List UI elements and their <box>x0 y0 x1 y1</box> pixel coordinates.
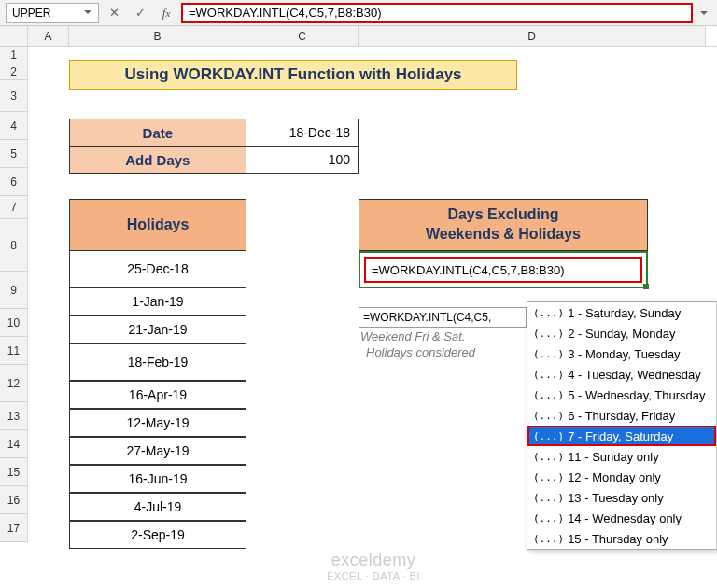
tooltip-hint-1: Weekend Fri & Sat. <box>360 329 465 343</box>
dropdown-option-label: 1 - Saturday, Sunday <box>568 306 681 320</box>
weekend-param-dropdown: (...)1 - Saturday, Sunday(...)2 - Sunday… <box>527 301 717 550</box>
row-header-7[interactable]: 7 <box>0 196 28 219</box>
col-header-A[interactable]: A <box>28 26 69 46</box>
row-header-12[interactable]: 12 <box>0 365 28 402</box>
dropdown-option-label: 5 - Wednesday, Thursday <box>568 388 705 402</box>
dropdown-option[interactable]: (...)12 - Monday only <box>527 467 716 487</box>
ellipsis-icon: (...) <box>533 328 564 340</box>
dropdown-option-label: 11 - Sunday only <box>568 450 659 464</box>
dropdown-option-label: 15 - Thursday only <box>568 532 668 546</box>
row-header-5[interactable]: 5 <box>0 140 28 168</box>
ellipsis-icon: (...) <box>533 348 564 360</box>
watermark-text: exceldemy <box>317 551 429 570</box>
dropdown-option[interactable]: (...)4 - Tuesday, Wednesday <box>527 364 716 385</box>
dropdown-option-label: 2 - Sunday, Monday <box>568 327 675 341</box>
enter-formula-button[interactable]: ✓ <box>129 3 151 23</box>
page-title: Using WORKDAY.INT Function with Holidays <box>69 60 517 90</box>
name-box-value: UPPER <box>12 7 50 20</box>
row-header-15[interactable]: 15 <box>0 458 28 486</box>
dropdown-option[interactable]: (...)15 - Thursday only <box>527 528 716 549</box>
row-header-16[interactable]: 16 <box>0 486 28 514</box>
dropdown-option-label: 12 - Monday only <box>568 470 661 484</box>
dropdown-option[interactable]: (...)13 - Tuesday only <box>527 487 716 508</box>
holiday-cell[interactable]: 21-Jan-19 <box>69 315 246 343</box>
spreadsheet-grid: A B C D 1234567891011121314151617 Using … <box>0 26 717 586</box>
label-add-days: Add Days <box>70 147 246 173</box>
value-add-days[interactable]: 100 <box>246 147 358 173</box>
ellipsis-icon: (...) <box>533 430 564 442</box>
dropdown-option[interactable]: (...)2 - Sunday, Monday <box>527 323 716 343</box>
tooltip-partial-formula: =WORKDAY.INTL(C4,C5, <box>358 307 527 328</box>
dropdown-option[interactable]: (...)6 - Thursday, Friday <box>527 405 716 426</box>
fill-handle[interactable] <box>643 284 649 289</box>
dropdown-option[interactable]: (...)7 - Friday, Saturday <box>527 426 716 446</box>
watermark-subtext: EXCEL · DATA · BI <box>317 570 429 581</box>
value-date[interactable]: 18-Dec-18 <box>246 119 358 146</box>
row-header-10[interactable]: 10 <box>0 309 28 337</box>
holiday-cell[interactable]: 27-May-19 <box>69 437 246 465</box>
row-header-3[interactable]: 3 <box>0 80 28 112</box>
ellipsis-icon: (...) <box>533 389 564 401</box>
cancel-formula-button[interactable]: ✕ <box>103 3 125 23</box>
row-header-6[interactable]: 6 <box>0 168 28 196</box>
tooltip-hint-2: Holidays considered <box>366 345 475 359</box>
ellipsis-icon: (...) <box>533 451 564 463</box>
row-header-4[interactable]: 4 <box>0 112 28 140</box>
holiday-cell[interactable]: 1-Jan-19 <box>69 287 246 315</box>
input-table: Date 18-Dec-18 Add Days 100 <box>69 119 358 174</box>
ellipsis-icon: (...) <box>533 369 564 381</box>
col-header-B[interactable]: B <box>69 26 246 46</box>
row-header-17[interactable]: 17 <box>0 514 28 542</box>
holiday-cell[interactable]: 4-Jul-19 <box>69 493 246 521</box>
dropdown-option-label: 13 - Tuesday only <box>568 491 664 505</box>
name-box[interactable]: UPPER <box>6 3 99 23</box>
ellipsis-icon: (...) <box>533 471 564 483</box>
chevron-down-icon[interactable] <box>83 7 92 20</box>
dropdown-option[interactable]: (...)14 - Wednesday only <box>527 508 716 528</box>
holiday-cell[interactable]: 12-May-19 <box>69 409 246 437</box>
active-cell-formula: =WORKDAY.INTL(C4,C5,7,B8:B30) <box>364 257 642 283</box>
row-header-1[interactable]: 1 <box>0 47 28 63</box>
ellipsis-icon: (...) <box>533 533 564 545</box>
holiday-cell[interactable]: 2-Sep-19 <box>69 521 246 549</box>
dropdown-option[interactable]: (...)1 - Saturday, Sunday <box>527 302 716 323</box>
holiday-cell[interactable]: 16-Apr-19 <box>69 381 246 409</box>
ellipsis-icon: (...) <box>533 307 564 319</box>
dropdown-option[interactable]: (...)11 - Sunday only <box>527 446 716 467</box>
dropdown-option-label: 4 - Tuesday, Wednesday <box>568 368 701 382</box>
row-header-8[interactable]: 8 <box>0 219 28 272</box>
dropdown-option[interactable]: (...)3 - Monday, Tuesday <box>527 343 716 364</box>
col-header-D[interactable]: D <box>358 26 706 46</box>
ellipsis-icon: (...) <box>533 492 564 504</box>
fx-icon[interactable]: fx <box>155 3 177 23</box>
holiday-cell[interactable]: 18-Feb-19 <box>69 343 246 381</box>
dropdown-option-label: 14 - Wednesday only <box>568 511 682 525</box>
formula-bar-row: UPPER ✕ ✓ fx =WORKDAY.INTL(C4,C5,7,B8:B3… <box>0 0 717 26</box>
col-header-C[interactable]: C <box>246 26 358 46</box>
label-date: Date <box>70 119 246 146</box>
active-cell-d8[interactable]: =WORKDAY.INTL(C4,C5,7,B8:B30) <box>358 251 648 288</box>
row-header-11[interactable]: 11 <box>0 337 28 365</box>
dropdown-list: (...)1 - Saturday, Sunday(...)2 - Sunday… <box>527 302 716 549</box>
table-row: Date 18-Dec-18 <box>69 119 358 147</box>
row-header-2[interactable]: 2 <box>0 63 28 80</box>
expand-formula-bar-icon[interactable] <box>696 3 711 23</box>
row-header-9[interactable]: 9 <box>0 272 28 309</box>
ellipsis-icon: (...) <box>533 512 564 525</box>
table-row: Add Days 100 <box>69 146 358 174</box>
holidays-header: Holidays <box>69 199 246 251</box>
select-all-corner[interactable] <box>0 26 28 46</box>
holiday-cell[interactable]: 16-Jun-19 <box>69 465 246 493</box>
dropdown-option-label: 3 - Monday, Tuesday <box>568 347 680 361</box>
column-headers: A B C D <box>0 26 717 47</box>
ellipsis-icon: (...) <box>533 410 564 422</box>
dropdown-option[interactable]: (...)5 - Wednesday, Thursday <box>527 385 716 405</box>
watermark: exceldemy EXCEL · DATA · BI <box>317 551 429 581</box>
days-excluding-header: Days Excluding Weekends & Holidays <box>358 199 648 251</box>
row-header-13[interactable]: 13 <box>0 402 28 430</box>
formula-bar-text: =WORKDAY.INTL(C4,C5,7,B8:B30) <box>189 6 382 20</box>
dropdown-option-label: 6 - Thursday, Friday <box>568 409 675 423</box>
row-header-14[interactable]: 14 <box>0 430 28 458</box>
holiday-cell[interactable]: 25-Dec-18 <box>69 250 246 287</box>
formula-bar[interactable]: =WORKDAY.INTL(C4,C5,7,B8:B30) <box>181 3 693 23</box>
